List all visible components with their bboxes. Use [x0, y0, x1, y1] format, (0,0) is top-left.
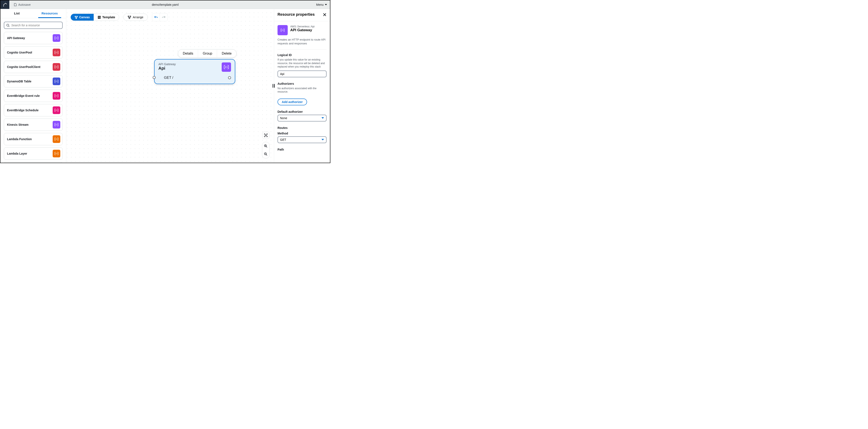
undo-redo-group	[152, 13, 168, 21]
resource-description: Creates an HTTP endpoint to route API re…	[278, 38, 327, 45]
caret-down-icon	[325, 4, 327, 6]
zoom-out-button[interactable]	[262, 150, 270, 158]
svg-rect-8	[265, 135, 267, 136]
resource-item-icon	[53, 150, 60, 157]
search-icon	[6, 24, 9, 27]
resource-list: API GatewayCognito UserPoolCognito UserP…	[0, 31, 66, 163]
undo-button[interactable]	[152, 13, 160, 21]
svg-rect-5	[128, 16, 129, 17]
resource-item-label: Cognito UserPool	[7, 51, 32, 54]
resource-item[interactable]: Lambda Function	[4, 133, 63, 145]
resource-item[interactable]: Cognito UserPool	[4, 46, 63, 59]
redo-icon	[162, 15, 166, 19]
resource-item[interactable]: DynamoDB Table	[4, 75, 63, 88]
tab-list[interactable]: List	[0, 9, 33, 18]
resource-item-icon	[53, 106, 60, 114]
resource-item[interactable]: Cognito UserPoolClient	[4, 61, 63, 73]
home-icon	[3, 3, 7, 7]
api-gateway-node[interactable]: API Gateway Api GET /	[154, 59, 235, 84]
api-gateway-icon	[278, 25, 288, 35]
resource-item-label: Lambda Function	[7, 137, 32, 141]
template-view-button[interactable]: Template	[94, 14, 119, 21]
breadcrumb-path: demo/template.yaml	[152, 3, 179, 6]
add-authorizer-button[interactable]: Add authorizer	[278, 98, 307, 105]
resource-item-icon	[53, 121, 60, 128]
resource-item[interactable]: S3 Bucket	[4, 162, 63, 163]
resource-item[interactable]: Lambda Layer	[4, 147, 63, 160]
resource-title: API Gateway	[290, 28, 314, 32]
svg-rect-7	[129, 18, 130, 19]
authorizers-help: No authorizers associated with the resou…	[278, 87, 327, 93]
method-label: Method	[278, 132, 327, 135]
arrange-button[interactable]: Arrange	[123, 13, 148, 21]
search-input-wrapper[interactable]	[4, 22, 63, 29]
resource-item-label: EventBridge Schedule	[7, 109, 39, 112]
arrange-icon	[128, 16, 131, 19]
redo-button[interactable]	[160, 13, 167, 21]
resource-item-label: EventBridge Event rule	[7, 94, 40, 97]
node-output-port[interactable]	[228, 76, 231, 79]
zoom-in-button[interactable]	[262, 142, 270, 150]
group-button[interactable]: Group	[198, 50, 217, 58]
logical-id-label: Logical ID	[278, 53, 327, 57]
caret-down-icon	[321, 117, 324, 119]
view-toggle: Canvas Template	[70, 13, 119, 21]
zoom-out-icon	[264, 152, 268, 156]
properties-panel: Resource properties AWS::Serverless::Api…	[274, 9, 330, 163]
node-context-menu: Details Group Delete	[178, 49, 237, 58]
fit-icon	[264, 133, 268, 137]
search-input[interactable]	[11, 24, 60, 27]
resource-type: AWS::Serverless::Api	[290, 25, 314, 28]
logical-id-help: If you update this value for an existing…	[278, 58, 327, 68]
resource-item-icon	[53, 49, 60, 56]
resource-item[interactable]: EventBridge Schedule	[4, 104, 63, 116]
svg-rect-6	[130, 16, 131, 17]
default-authorizer-value: None	[280, 116, 287, 120]
node-name: Api	[158, 66, 176, 71]
home-button[interactable]	[0, 0, 9, 9]
panel-title: Resource properties	[278, 12, 315, 17]
topbar: Autosave demo/template.yaml Menu	[0, 0, 330, 9]
node-route: GET /	[164, 75, 173, 80]
autosave-button[interactable]: Autosave	[13, 3, 31, 6]
menu-label: Menu	[316, 3, 323, 6]
default-authorizer-select[interactable]: None	[278, 115, 327, 121]
resource-item[interactable]: API Gateway	[4, 32, 63, 44]
close-icon[interactable]	[323, 13, 327, 17]
resource-item-icon	[53, 63, 60, 71]
resource-item-label: DynamoDB Table	[7, 80, 31, 83]
tab-resources[interactable]: Resources	[33, 9, 66, 18]
resource-item[interactable]: Kinesis Stream	[4, 119, 63, 131]
resource-item-icon	[53, 92, 60, 100]
method-value: GET	[280, 138, 286, 142]
canvas[interactable]: Canvas Template Arrange Details Group De…	[66, 9, 274, 163]
resource-item-label: API Gateway	[7, 36, 25, 40]
resource-sidebar: List Resources API GatewayCognito UserPo…	[0, 9, 66, 163]
node-type: API Gateway	[158, 62, 176, 66]
method-select[interactable]: GET	[278, 136, 327, 143]
svg-point-0	[7, 24, 9, 26]
zoom-in-icon	[264, 144, 268, 148]
details-button[interactable]: Details	[178, 50, 198, 58]
resource-item-label: Kinesis Stream	[7, 123, 28, 126]
resource-item-label: Lambda Layer	[7, 152, 27, 155]
menu-button[interactable]: Menu	[316, 3, 327, 6]
template-icon	[98, 16, 101, 19]
logical-id-input[interactable]	[278, 70, 327, 77]
resource-item[interactable]: EventBridge Event rule	[4, 90, 63, 102]
resource-item-icon	[53, 78, 60, 85]
canvas-view-label: Canvas	[79, 16, 90, 19]
canvas-view-button[interactable]: Canvas	[71, 14, 94, 21]
routes-label: Routes	[278, 126, 327, 129]
authorizers-label: Authorizers	[278, 82, 327, 85]
path-label: Path	[278, 148, 327, 151]
panel-resize-handle[interactable]	[273, 84, 275, 88]
caret-down-icon	[321, 139, 324, 141]
arrange-label: Arrange	[133, 16, 143, 19]
delete-button[interactable]: Delete	[217, 50, 236, 58]
svg-point-3	[76, 18, 76, 19]
undo-icon	[154, 15, 158, 19]
template-view-label: Template	[102, 16, 115, 19]
fit-view-button[interactable]	[262, 132, 270, 139]
autosave-label: Autosave	[18, 3, 31, 6]
